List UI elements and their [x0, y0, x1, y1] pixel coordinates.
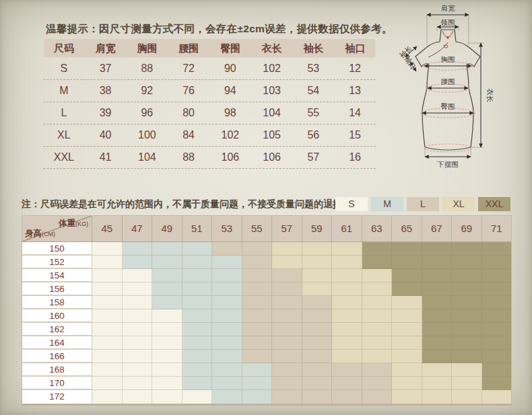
matrix-cell-size-xxl	[452, 282, 482, 296]
matrix-cell-size-xl	[362, 309, 393, 323]
matrix-cell-size-xl	[272, 242, 302, 256]
height-label-cell: 150	[22, 242, 92, 256]
matrix-cell-size-m	[152, 269, 182, 282]
matrix-cell-size-m	[152, 296, 182, 309]
matrix-cell-size-xxl	[422, 269, 453, 282]
measurement-value: 103	[251, 80, 293, 102]
measurement-value: 104	[127, 147, 168, 168]
matrix-cell-size-xl	[362, 282, 393, 296]
weight-header-cell: 57	[272, 216, 302, 241]
measurement-value: 41	[85, 147, 127, 168]
matrix-cell-size-l	[272, 269, 302, 282]
matrix-cell-size-m	[212, 256, 242, 269]
matrix-cell-size-m	[242, 390, 273, 404]
weight-header-cell: 49	[152, 216, 182, 241]
matrix-cell-size-m	[152, 242, 182, 256]
matrix-cell-size-l	[272, 350, 302, 363]
matrix-cell-size-xxl	[452, 296, 482, 309]
matrix-cell-size-m	[182, 242, 213, 256]
matrix-row: 154	[22, 269, 511, 282]
size-table-row: M389276941035413	[43, 80, 376, 102]
matrix-cell-size-l	[242, 296, 273, 309]
height-label-cell: 164	[22, 336, 92, 350]
size-table-row: L399680981045514	[43, 102, 376, 124]
matrix-cell-size-s	[92, 350, 123, 363]
measurement-value: 104	[251, 102, 293, 124]
matrix-cell-size-xl	[392, 336, 422, 350]
matrix-cell-size-xxl	[422, 350, 453, 363]
matrix-cell-size-xl	[302, 256, 333, 269]
measurement-value: 106	[251, 147, 293, 168]
matrix-cell-size-l	[302, 363, 333, 377]
matrix-cell-size-xl	[392, 323, 422, 336]
matrix-cell-size-l	[362, 363, 393, 377]
matrix-cell-size-m	[182, 377, 213, 390]
matrix-cell-size-xxl	[422, 282, 453, 296]
weight-header-cell: 63	[362, 216, 393, 241]
measurement-value: 76	[168, 80, 209, 102]
size-column-header: 袖口	[334, 38, 376, 58]
matrix-cell-size-m	[182, 282, 213, 296]
matrix-cell-size-m	[182, 336, 213, 350]
matrix-cell-size-xl	[362, 336, 393, 350]
matrix-cell-size-s	[123, 363, 153, 377]
height-label-cell: 160	[22, 309, 92, 323]
matrix-cell-size-xxl	[392, 269, 422, 282]
matrix-cell-size-xl	[362, 296, 393, 309]
matrix-cell-size-l	[242, 309, 273, 323]
matrix-cell-size-xl	[362, 323, 393, 336]
size-table-header: 尺码肩宽胸围腰围臀围衣长袖长袖口	[43, 38, 376, 58]
matrix-cell-size-m	[182, 269, 213, 282]
matrix-cell-size-l	[302, 390, 333, 404]
measurement-value: 92	[127, 80, 168, 102]
height-label-cell: 158	[22, 296, 92, 309]
measurement-value: 105	[251, 124, 293, 146]
height-axis-label: 身高(CM)	[25, 228, 55, 239]
matrix-cell-size-xl	[332, 269, 362, 282]
size-column-header: 衣长	[251, 38, 293, 58]
measurement-value: 98	[209, 102, 251, 124]
measurement-value: 53	[293, 58, 335, 79]
weight-header-cell: 55	[242, 216, 273, 241]
weight-header-cell: 71	[482, 216, 512, 241]
dress-outline	[415, 30, 480, 150]
matrix-cell-size-xxl	[362, 242, 393, 256]
matrix-row: 160	[22, 309, 511, 323]
matrix-cell-size-l	[242, 256, 273, 269]
measurement-value: 96	[127, 102, 168, 124]
matrix-cell-size-s	[92, 390, 123, 404]
matrix-cell-size-xl	[362, 269, 393, 282]
matrix-header: 体重(KG) 身高(CM) 45474951535557596163656769…	[22, 216, 511, 242]
matrix-cell-size-m	[182, 256, 213, 269]
matrix-cell-size-s	[92, 269, 123, 282]
matrix-cell-size-xxl	[452, 323, 482, 336]
measurement-tip: 温馨提示：因尺寸测量方式不同，会存在±2cm误差，提供数据仅供参考。	[46, 22, 393, 36]
matrix-cell-size-m	[123, 242, 153, 256]
matrix-cell-size-m	[212, 377, 242, 390]
size-table-row: XXL41104881061065716	[43, 147, 376, 169]
hem-girth-label: 下摆围	[436, 160, 459, 168]
height-label-cell: 154	[22, 269, 92, 282]
matrix-cell-size-l	[242, 242, 273, 256]
matrix-cell-size-s	[92, 256, 123, 269]
measurement-value: 106	[209, 147, 251, 168]
matrix-cell-size-m	[182, 363, 213, 377]
legend-swatch-xl: XL	[442, 197, 475, 211]
matrix-cell-size-m	[152, 256, 182, 269]
measurement-value: 94	[209, 80, 251, 102]
matrix-cell-size-s	[92, 336, 123, 350]
matrix-cell-size-xxl	[422, 309, 453, 323]
matrix-cell-size-s	[152, 390, 182, 404]
size-column-header: 尺码	[43, 38, 85, 58]
matrix-cell-size-l	[272, 336, 302, 350]
matrix-cell-size-xxl	[482, 282, 512, 296]
collar-detail	[442, 31, 453, 48]
matrix-cell-size-xl	[392, 296, 422, 309]
matrix-cell-size-xl	[332, 323, 362, 336]
shoulder-width-label: 肩宽	[441, 4, 456, 12]
matrix-cell-size-s	[152, 350, 182, 363]
hip-label: 臀围	[441, 102, 455, 110]
matrix-cell-size-s	[123, 323, 153, 336]
height-label-cell: 156	[22, 282, 92, 296]
matrix-cell-size-xl	[392, 350, 422, 363]
